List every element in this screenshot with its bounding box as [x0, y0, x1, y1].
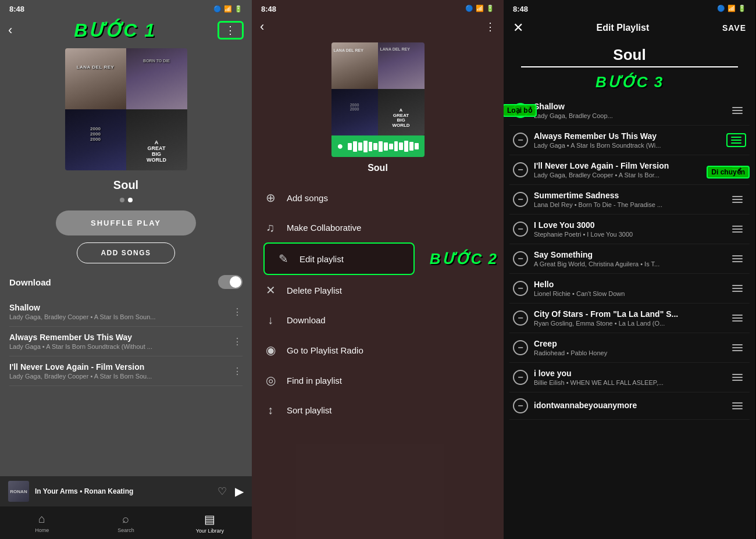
- toggle-knob: [230, 276, 241, 288]
- page-indicators: [0, 198, 252, 202]
- find-icon: ◎: [263, 373, 277, 387]
- download-label: Download: [9, 277, 51, 287]
- nav-search[interactable]: ⌕ Search: [84, 512, 167, 533]
- art-cell-1: LANA DEL REY: [65, 48, 126, 109]
- three-dots-icon-2[interactable]: ⋮: [485, 20, 495, 33]
- panel-2-art: LANA DEL REY LANA DEL REY 20002000 AGREA…: [331, 42, 425, 157]
- edit-song-item-8[interactable]: − City Of Stars - From "La La Land" S...…: [509, 304, 750, 333]
- remove-button-4[interactable]: −: [513, 192, 528, 207]
- now-playing-bar[interactable]: RONAN In Your Arms • Ronan Keating ♡ ▶: [0, 476, 252, 506]
- menu-add-songs[interactable]: ⊕ Add songs: [252, 183, 504, 213]
- buoc2-row: ✎ Edit playlist BƯỚC 2: [252, 242, 504, 275]
- drag-handle-4[interactable]: [729, 194, 746, 205]
- time-2: 8:48: [261, 5, 276, 13]
- drag-handle-1[interactable]: [729, 105, 746, 116]
- play-icon[interactable]: ▶: [235, 484, 244, 498]
- add-songs-button-1[interactable]: ADD SONGS: [77, 242, 174, 263]
- menu-make-collab[interactable]: ♫ Make Collaborative: [252, 213, 504, 242]
- buoc3-label: BƯỚC 3: [595, 73, 664, 91]
- three-dots-icon-1[interactable]: ⋮: [225, 24, 236, 37]
- shuffle-play-button[interactable]: SHUFFLE PLAY: [56, 210, 196, 235]
- status-bar-3: 8:48 🔵 📶 🔋: [504, 0, 755, 16]
- drag-handle-11[interactable]: [729, 400, 746, 412]
- menu-download[interactable]: ↓ Download: [252, 305, 504, 335]
- edit-song-info-10: i love you Billie Eilish • WHEN WE ALL F…: [534, 369, 729, 386]
- song-item-3[interactable]: I'll Never Love Again - Film Version Lad…: [9, 356, 243, 386]
- status-icons-3: 🔵 📶 🔋: [717, 5, 746, 13]
- remove-button-2[interactable]: −: [513, 133, 528, 148]
- edit-song-info-5: I Love You 3000 Stephanie Poetri • I Lov…: [534, 220, 729, 238]
- now-playing-controls: ♡ ▶: [217, 484, 244, 498]
- menu-sort[interactable]: ↕ Sort playlist: [252, 395, 504, 425]
- menu-radio[interactable]: ◉ Go to Playlist Radio: [252, 335, 504, 365]
- panel-2-title: Soul: [252, 163, 504, 173]
- edit-song-info-2: Always Remember Us This Way Lady Gaga • …: [534, 131, 726, 149]
- collab-icon: ♫: [263, 221, 277, 234]
- top-bar-1: ‹ BƯỚC 1 ⋮: [0, 16, 252, 44]
- edit-song-item-10[interactable]: − i love you Billie Eilish • WHEN WE ALL…: [509, 363, 750, 392]
- remove-button-8[interactable]: −: [513, 310, 528, 326]
- song-dots-1[interactable]: ⋮: [233, 306, 243, 317]
- drag-handle-8[interactable]: [729, 312, 746, 324]
- menu-edit-playlist[interactable]: ✎ Edit playlist: [263, 242, 415, 275]
- drag-handle-6[interactable]: [729, 253, 746, 265]
- remove-button-5[interactable]: −: [513, 222, 528, 237]
- download-toggle[interactable]: [218, 275, 243, 289]
- remove-button-6[interactable]: −: [513, 251, 528, 266]
- panel-3: 8:48 🔵 📶 🔋 ✕ Edit Playlist SAVE Soul BƯỚ…: [504, 0, 755, 539]
- song-item-2[interactable]: Always Remember Us This Way Lady Gaga • …: [9, 327, 243, 356]
- top-bar-3: ✕ Edit Playlist SAVE: [504, 16, 755, 40]
- time-1: 8:48: [9, 5, 24, 13]
- edit-song-item-11[interactable]: − idontwannabeyouanymore: [509, 392, 750, 420]
- edit-song-item-5[interactable]: − I Love You 3000 Stephanie Poetri • I L…: [509, 215, 750, 244]
- buoc2-label: BƯỚC 2: [430, 250, 498, 268]
- song-dots-2[interactable]: ⋮: [233, 336, 243, 347]
- context-menu: ⊕ Add songs ♫ Make Collaborative ✎ Edit …: [252, 183, 504, 425]
- edit-song-item-1[interactable]: − Shallow Lady Gaga, Bradley Coop... Loạ…: [509, 96, 750, 126]
- p2-art-2: LANA DEL REY: [378, 42, 425, 89]
- buoc3-section: BƯỚC 3: [504, 71, 755, 94]
- back-button-2[interactable]: ‹: [260, 19, 264, 34]
- drag-handle-10[interactable]: [729, 372, 746, 383]
- menu-button-highlight-box[interactable]: ⋮: [217, 21, 244, 40]
- song-item-1[interactable]: Shallow Lady Gaga, Bradley Cooper • A St…: [9, 297, 243, 327]
- close-button[interactable]: ✕: [513, 20, 523, 35]
- p2-art-1: LANA DEL REY: [331, 42, 378, 89]
- heart-icon[interactable]: ♡: [217, 485, 227, 498]
- dot-2: [128, 198, 133, 202]
- remove-button-7[interactable]: −: [513, 281, 528, 296]
- plus-icon: ⊕: [263, 191, 277, 205]
- edit-song-item-2[interactable]: − Always Remember Us This Way Lady Gaga …: [509, 126, 750, 155]
- song-list-1: Shallow Lady Gaga, Bradley Cooper • A St…: [0, 297, 252, 386]
- edit-song-item-9[interactable]: − Creep Radiohead • Pablo Honey: [509, 333, 750, 363]
- drag-handle-7[interactable]: [729, 283, 746, 294]
- remove-button-9[interactable]: −: [513, 340, 528, 355]
- playlist-name-input[interactable]: Soul: [521, 40, 738, 67]
- remove-button-11[interactable]: −: [513, 398, 528, 413]
- edit-song-info-3: I'll Never Love Again - Film Version Lad…: [534, 161, 729, 179]
- edit-icon: ✎: [276, 252, 290, 266]
- save-button[interactable]: SAVE: [722, 23, 746, 33]
- menu-delete-playlist[interactable]: ✕ Delete Playlist: [252, 275, 504, 305]
- edit-song-item-6[interactable]: − Say Something A Great Big World, Chris…: [509, 244, 750, 274]
- status-icons-1: 🔵 📶 🔋: [213, 5, 243, 13]
- remove-button-10[interactable]: −: [513, 370, 528, 385]
- remove-button-3[interactable]: −: [513, 162, 528, 177]
- edit-song-info-1: Shallow Lady Gaga, Bradley Coop...: [534, 102, 729, 119]
- edit-song-info-7: Hello Lionel Richie • Can't Slow Down: [534, 280, 729, 297]
- back-button-1[interactable]: ‹: [8, 23, 12, 38]
- drag-handle-5[interactable]: [729, 223, 746, 235]
- edit-song-info-11: idontwannabeyouanymore: [534, 401, 729, 411]
- nav-home[interactable]: ⌂ Home: [0, 512, 84, 533]
- edit-song-info-9: Creep Radiohead • Pablo Honey: [534, 339, 729, 356]
- radio-icon: ◉: [263, 343, 277, 357]
- nav-library[interactable]: ▤ Your Library: [168, 512, 252, 534]
- art-cell-4: AGREATBIGWORLD: [126, 109, 187, 170]
- drag-handle-2[interactable]: [726, 133, 746, 147]
- drag-handle-9[interactable]: [729, 342, 746, 354]
- art-cell-2: BORN TO DIE: [126, 48, 187, 109]
- edit-song-item-4[interactable]: − Summertime Sadness Lana Del Rey • Born…: [509, 185, 750, 215]
- song-dots-3[interactable]: ⋮: [233, 366, 243, 377]
- edit-song-item-7[interactable]: − Hello Lionel Richie • Can't Slow Down: [509, 274, 750, 304]
- menu-find[interactable]: ◎ Find in playlist: [252, 365, 504, 395]
